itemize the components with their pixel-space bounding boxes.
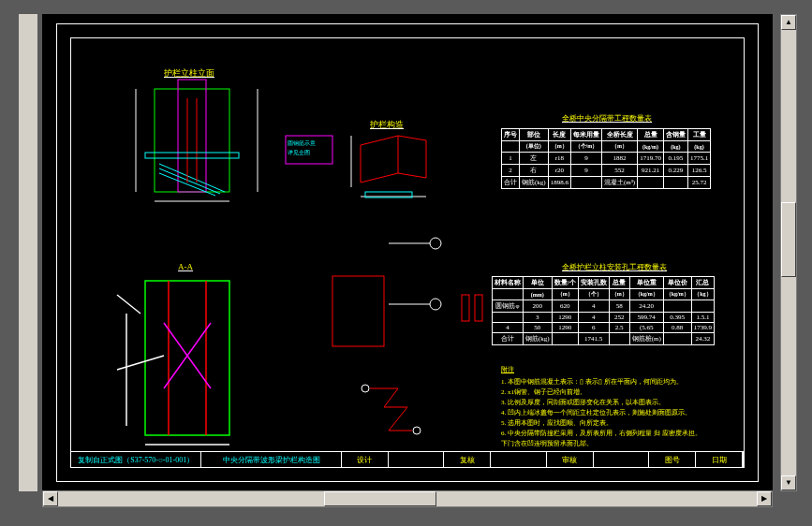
table-cell: 左 — [520, 153, 549, 165]
table-cell — [552, 333, 578, 345]
table-cell: 1.5.1 — [691, 313, 714, 323]
table-header: 部位 — [520, 129, 549, 141]
table-cell: 1 — [502, 153, 520, 165]
table-cell: 4 — [578, 313, 609, 323]
table-cell: 2 — [502, 165, 520, 177]
table-header-unit: (kg/m) — [638, 141, 664, 153]
table-cell: 58 — [609, 300, 629, 313]
table-cell — [493, 313, 524, 323]
left-toolbar[interactable] — [19, 14, 37, 491]
table-header: 汇总 — [691, 277, 714, 289]
notes-item: 6. 中央分隔带防撞栏采用，及所表所用，右侧列程量 归 应密度承担。 — [501, 429, 701, 439]
table-cell: 4 — [493, 323, 524, 333]
table-cell: 1775.1 — [687, 153, 710, 165]
scroll-left-icon[interactable]: ◀ — [43, 491, 58, 506]
table-cell — [570, 177, 601, 189]
table-header-unit: （m） — [601, 141, 637, 153]
table-header-unit: (单位) — [520, 141, 549, 153]
table-cell: 0.229 — [663, 165, 687, 177]
table-cell: 钢筋桩(m) — [629, 333, 663, 345]
table2-title: 全桥护栏立柱安装孔工程数量表 — [562, 262, 667, 272]
table-header: 序号 — [502, 129, 520, 141]
table-header: 含钢量 — [663, 129, 687, 141]
table-header: 单位重 — [629, 277, 663, 289]
table-cell: 200 — [524, 300, 553, 313]
table-header: 安装孔数 — [578, 277, 609, 289]
scroll-right-icon[interactable]: ▶ — [757, 491, 772, 506]
notes-item: 3. 比例及厚度，同剖面或图形变化在关系，以本图表示。 — [501, 398, 701, 408]
svg-rect-24 — [332, 276, 384, 346]
svg-text:详见全图: 详见全图 — [288, 149, 310, 155]
table-header: 材料名称 — [493, 277, 524, 289]
table-header: 数量/个 — [552, 277, 578, 289]
table-cell: 6 — [578, 323, 609, 333]
table-cell: r18 — [548, 153, 570, 165]
table-header: 每米用量 — [570, 129, 601, 141]
table-header: 全桥长度 — [601, 129, 637, 141]
table-cell: r20 — [548, 165, 570, 177]
scroll-down-icon[interactable]: ▼ — [781, 475, 796, 490]
table-cell: 3 — [524, 313, 553, 323]
table-cell: 24.20 — [629, 300, 663, 313]
scroll-thumb-h[interactable] — [324, 491, 436, 506]
table-header-unit: （kg/m） — [663, 289, 691, 300]
table-header: 单位 — [524, 277, 553, 289]
table-cell: 合计 — [502, 177, 520, 189]
table-cell: 599.74 — [629, 313, 663, 323]
svg-point-25 — [430, 238, 441, 249]
table-header: 总量 — [609, 277, 629, 289]
table-cell: 126.5 — [687, 165, 710, 177]
horizontal-scrollbar[interactable]: ◀ ▶ — [42, 490, 773, 507]
table-cell: 620 — [552, 300, 578, 313]
table-cell: 0.395 — [663, 313, 691, 323]
table-cell: 混凝土(m³) — [601, 177, 637, 189]
table-cell — [663, 333, 691, 345]
table-cell: 1739.9 — [691, 323, 714, 333]
table-cell: 1290 — [552, 313, 578, 323]
table-header-unit: （m） — [552, 289, 578, 300]
table-cell: 1719.70 — [638, 153, 664, 165]
table-cell: 1290 — [552, 323, 578, 333]
svg-rect-10 — [145, 153, 239, 158]
svg-text:圆钢筋示意: 圆钢筋示意 — [288, 140, 316, 146]
cad-canvas[interactable]: 复制自正式图（S37-570-○-01-001） 中央分隔带波形梁护栏构造图 设… — [42, 14, 773, 491]
table-header-unit — [502, 141, 520, 153]
table-cell: 钢筋(kg) — [520, 177, 549, 189]
table-cell: 2.5 — [609, 323, 629, 333]
table-cell — [638, 177, 664, 189]
table-cell: 圆钢筋φ — [493, 300, 524, 313]
table-cell: 921.21 — [638, 165, 664, 177]
table-cell: 1882 — [601, 153, 637, 165]
scroll-thumb-v[interactable] — [781, 202, 796, 277]
table-cell — [663, 177, 687, 189]
table-cell: 1741.5 — [578, 333, 609, 345]
table-cell: 右 — [520, 165, 549, 177]
table-header-unit — [493, 289, 524, 300]
table-header: 总量 — [638, 129, 664, 141]
table-header: 工量 — [687, 129, 710, 141]
table-cell: 552 — [601, 165, 637, 177]
table1-title: 全桥中央分隔带工程数量表 — [562, 113, 652, 124]
table1: 序号部位长度每米用量全桥长度总量含钢量工量(单位)（m）（个/m）（m）(kg/… — [501, 128, 711, 189]
table-header-unit: （个/m） — [570, 141, 601, 153]
table-cell: 252 — [609, 313, 629, 323]
notes-item: 下门含在凹连明预留承面孔部。 — [501, 439, 701, 449]
svg-line-23 — [117, 356, 164, 370]
notes-item: 5. 选用本图时，应找图顺、向所定表。 — [501, 418, 701, 429]
table-cell — [663, 300, 691, 313]
table-header: 长度 — [548, 129, 570, 141]
vertical-scrollbar[interactable]: ▲ ▼ — [780, 14, 797, 491]
table-cell: 1898.6 — [548, 177, 570, 189]
table-cell — [609, 333, 629, 345]
notes-item: 1. 本图中钢筋混凝土表示：▯ 表示▯ 所在平面内，何间距均为。 — [501, 377, 701, 387]
svg-point-31 — [362, 385, 369, 392]
table-cell: 50 — [524, 323, 553, 333]
table-header-unit: （kg） — [691, 289, 714, 300]
table-header-unit: (kg) — [687, 141, 710, 153]
table-header-unit: （kg/m） — [629, 289, 663, 300]
svg-point-27 — [430, 299, 441, 310]
scroll-up-icon[interactable]: ▲ — [781, 15, 796, 30]
notes-item: 4. 凹内上端冰盖每一个间距立柱定位孔表示，则施处则面图原示。 — [501, 408, 701, 418]
table-cell: 0.88 — [663, 323, 691, 333]
table-cell: (5.65 — [629, 323, 663, 333]
